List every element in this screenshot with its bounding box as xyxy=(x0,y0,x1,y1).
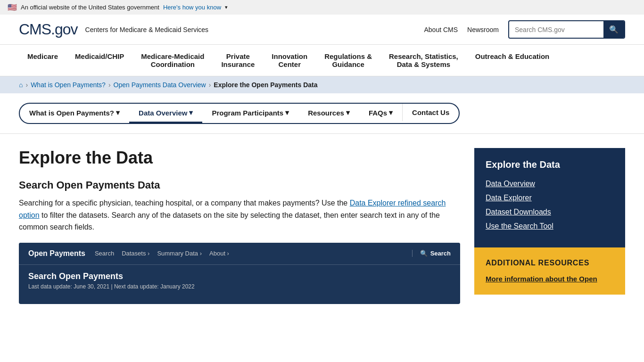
nav-outreach[interactable]: Outreach & Education xyxy=(467,45,558,68)
sub-nav-item-1: What is Open Payments? ▾ xyxy=(20,104,129,123)
us-flag-icon: 🇺🇸 xyxy=(8,3,17,12)
chevron-icon-5: ▾ xyxy=(389,108,393,117)
search-button[interactable]: 🔍 xyxy=(603,21,624,38)
agency-name: Centers for Medicare & Medicaid Services xyxy=(85,26,208,33)
sub-nav-data-overview[interactable]: Data Overview ▾ xyxy=(129,104,202,123)
main-nav: Medicare Medicaid/CHIP Medicare-Medicaid… xyxy=(0,45,644,76)
nav-private-insurance[interactable]: PrivateInsurance xyxy=(213,45,263,76)
sub-nav-program-participants[interactable]: Program Participants ▾ xyxy=(202,104,298,122)
body-text: Searching for a specific physician, teac… xyxy=(19,197,460,233)
gov-banner-chevron[interactable]: ▾ xyxy=(225,4,228,10)
sidebar-link-search-tool[interactable]: Use the Search Tool xyxy=(486,222,553,230)
list-item: Data Overview xyxy=(486,180,614,188)
sub-nav-item-6: Contact Us xyxy=(402,104,459,123)
preview-nav-items: Search Datasets › Summary Data › About › xyxy=(95,250,229,257)
breadcrumb-sep-3: › xyxy=(209,81,211,89)
search-icon: 🔍 xyxy=(609,25,619,33)
home-icon[interactable]: ⌂ xyxy=(19,81,23,89)
chevron-icon-3: ▾ xyxy=(285,108,289,117)
sub-nav-contact-us[interactable]: Contact Us xyxy=(402,104,459,121)
chevron-icon-2: ▾ xyxy=(189,108,193,117)
sidebar-additional-resources: ADDITIONAL RESOURCES More information ab… xyxy=(474,247,625,295)
nav-medicaid[interactable]: Medicaid/CHIP xyxy=(66,45,132,68)
preview-nav: Open Payments Search Datasets › Summary … xyxy=(19,243,460,264)
sidebar-link-dataset-downloads[interactable]: Dataset Downloads xyxy=(486,208,551,216)
breadcrumb-link-2[interactable]: Open Payments Data Overview xyxy=(114,81,206,89)
sidebar-link-data-explorer[interactable]: Data Explorer xyxy=(486,194,532,202)
sub-nav-faqs[interactable]: FAQs ▾ xyxy=(359,104,402,122)
nav-research[interactable]: Research, Statistics,Data & Systems xyxy=(380,45,467,76)
sidebar-title: Explore the Data xyxy=(486,159,614,170)
nav-medicare[interactable]: Medicare xyxy=(19,45,66,68)
breadcrumb-link-1[interactable]: What is Open Payments? xyxy=(31,81,106,89)
preview-search-section: Search Open Payments Last data update: J… xyxy=(19,264,460,296)
header-links: About CMS Newsroom xyxy=(424,26,499,33)
about-cms-link[interactable]: About CMS xyxy=(424,26,458,33)
preview-nav-search: Search xyxy=(95,250,114,257)
gov-banner-link[interactable]: Here's how you know xyxy=(163,4,221,11)
site-header: CMS.gov Centers for Medicare & Medicaid … xyxy=(0,15,644,45)
sub-nav-item-5: FAQs ▾ xyxy=(359,104,402,123)
sidebar: Explore the Data Data Overview Data Expl… xyxy=(474,148,625,304)
preview-nav-summary: Summary Data › xyxy=(157,250,202,257)
sub-nav-item-4: Resources ▾ xyxy=(298,104,359,123)
preview-search-btn: 🔍 Search xyxy=(412,250,451,257)
search-input[interactable] xyxy=(509,22,603,37)
breadcrumb-sep-1: › xyxy=(25,81,28,89)
site-search-box: 🔍 xyxy=(508,20,625,39)
sub-nav-open-payments[interactable]: What is Open Payments? ▾ xyxy=(20,104,129,122)
preview-brand: Open Payments xyxy=(28,249,85,258)
gov-banner-text: An official website of the United States… xyxy=(21,4,159,11)
chevron-icon-4: ▾ xyxy=(346,108,350,117)
gov-banner: 🇺🇸 An official website of the United Sta… xyxy=(0,0,644,15)
list-item: Dataset Downloads xyxy=(486,208,614,216)
breadcrumb-current: Explore the Open Payments Data xyxy=(214,81,317,89)
sub-nav-item-3: Program Participants ▾ xyxy=(202,104,298,123)
sidebar-explore-section: Explore the Data Data Overview Data Expl… xyxy=(474,148,625,247)
sub-nav-resources[interactable]: Resources ▾ xyxy=(298,104,359,122)
sidebar-additional-title: ADDITIONAL RESOURCES xyxy=(486,259,614,267)
screenshot-preview: Open Payments Search Datasets › Summary … xyxy=(19,243,460,304)
sub-nav-item-2: Data Overview ▾ xyxy=(129,104,202,123)
preview-search-icon: 🔍 xyxy=(420,250,428,257)
sidebar-links: Data Overview Data Explorer Dataset Down… xyxy=(486,180,614,230)
section-title: Search Open Payments Data xyxy=(19,179,460,191)
newsroom-link[interactable]: Newsroom xyxy=(467,26,499,33)
sub-nav: What is Open Payments? ▾ Data Overview ▾… xyxy=(0,93,644,134)
nav-innovation[interactable]: InnovationCenter xyxy=(263,45,316,76)
preview-meta: Last data update: June 30, 2021 | Next d… xyxy=(28,283,451,290)
chevron-icon-1: ▾ xyxy=(116,108,120,117)
content-wrapper: Explore the Data Search Open Payments Da… xyxy=(0,134,644,318)
breadcrumb-sep-2: › xyxy=(108,81,111,89)
sidebar-link-data-overview[interactable]: Data Overview xyxy=(486,180,535,188)
breadcrumb: ⌂ › What is Open Payments? › Open Paymen… xyxy=(0,76,644,93)
cms-logo[interactable]: CMS.gov xyxy=(19,21,78,38)
preview-nav-datasets: Datasets › xyxy=(122,250,149,257)
nav-regulations[interactable]: Regulations &Guidance xyxy=(316,45,380,76)
nav-medicare-medicaid[interactable]: Medicare-MedicaidCoordination xyxy=(132,45,213,76)
preview-nav-about: About › xyxy=(209,250,229,257)
list-item: Use the Search Tool xyxy=(486,222,614,230)
preview-search-heading: Search Open Payments xyxy=(28,272,451,281)
logo-area: CMS.gov Centers for Medicare & Medicaid … xyxy=(19,21,208,38)
page-title: Explore the Data xyxy=(19,148,460,168)
list-item: Data Explorer xyxy=(486,194,614,202)
main-content: Explore the Data Search Open Payments Da… xyxy=(19,148,460,304)
sidebar-additional-link[interactable]: More information about the Open xyxy=(486,275,597,283)
header-right: About CMS Newsroom 🔍 xyxy=(424,20,626,39)
